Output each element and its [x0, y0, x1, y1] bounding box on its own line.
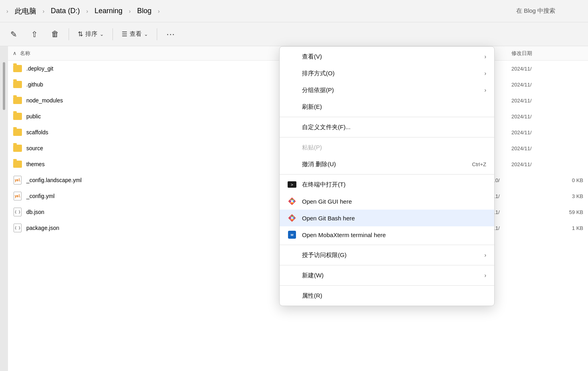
sort-label: 排序	[85, 30, 97, 38]
toolbar-more-button[interactable]: ···	[162, 26, 180, 43]
svg-point-9	[290, 217, 291, 219]
view-label: 查看	[130, 30, 142, 38]
breadcrumb-item-data[interactable]: Data (D:)	[47, 5, 83, 17]
menu-item-group-label: 分组依据(P)	[302, 86, 479, 94]
menu-item-paste: 粘贴(P)	[280, 139, 494, 156]
scroll-thumb[interactable]	[3, 62, 5, 110]
file-date: 2024/11/	[511, 145, 583, 151]
git-bash-icon	[288, 214, 296, 222]
svg-point-1	[291, 199, 293, 200]
svg-point-3	[291, 202, 293, 204]
breadcrumb-sep-4: ›	[158, 8, 160, 14]
properties-menu-icon	[288, 291, 296, 300]
toolbar-share-button[interactable]: ⇧	[26, 26, 43, 43]
menu-item-git-gui[interactable]: Open Git GUI here	[280, 193, 494, 210]
menu-item-new[interactable]: 新建(W) ›	[280, 267, 494, 284]
git-diamond-icon	[288, 197, 296, 205]
menu-item-view[interactable]: 查看(V) ›	[280, 48, 494, 65]
menu-item-git-bash-label: Open Git Bash here	[302, 215, 486, 222]
folder-icon	[13, 80, 22, 89]
view-chevron-icon: ⌄	[144, 31, 148, 37]
file-size: 0 KB	[551, 177, 583, 183]
rename-icon: ✎	[10, 29, 17, 39]
yaml-file-icon: yml	[13, 191, 22, 201]
menu-item-git-bash[interactable]: Open Git Bash here	[280, 210, 494, 226]
json-file-icon: { }	[13, 223, 22, 233]
undo-menu-icon	[288, 160, 296, 169]
customize-menu-icon	[288, 123, 296, 132]
toolbar-view-button[interactable]: ☰ 查看 ⌄	[118, 28, 152, 40]
col-date-header[interactable]: 修改日期	[511, 50, 583, 57]
context-menu: 查看(V) › 排序方式(O) › 分组依据(P) › 刷新(E) 自定义文件夹…	[279, 46, 495, 306]
folder-icon	[13, 128, 22, 137]
menu-item-sort[interactable]: 排序方式(O) ›	[280, 65, 494, 82]
toolbar-delete-button[interactable]: 🗑	[46, 26, 64, 43]
menu-item-properties[interactable]: 属性(R)	[280, 287, 494, 304]
search-box[interactable]: 在 Blog 中搜索	[508, 0, 588, 22]
menu-divider-4	[280, 245, 494, 245]
scrollbar[interactable]	[0, 46, 8, 371]
menu-arrow-icon: ›	[484, 87, 486, 93]
menu-divider-1	[280, 117, 494, 117]
paste-menu-icon	[288, 143, 296, 152]
sort-chevron-icon: ⌄	[100, 31, 104, 37]
menu-item-grant-label: 授予访问权限(G)	[302, 251, 479, 259]
menu-item-group[interactable]: 分组依据(P) ›	[280, 82, 494, 98]
view-menu-icon	[288, 52, 296, 61]
menu-arrow-icon: ›	[484, 272, 486, 279]
file-date: 2024/11/	[511, 98, 583, 104]
menu-divider-5	[280, 265, 494, 265]
refresh-menu-icon	[288, 102, 296, 111]
folder-icon	[13, 159, 22, 169]
menu-item-grant[interactable]: 授予访问权限(G) ›	[280, 247, 494, 263]
menu-divider-6	[280, 285, 494, 286]
menu-item-terminal-label: 在终端中打开(T)	[302, 181, 486, 188]
git-diamond-icon-2	[288, 214, 296, 222]
svg-point-6	[291, 216, 293, 217]
file-area: ∧ 名称 修改日期 .deploy_git 2024/11/ .github 2…	[0, 46, 588, 371]
sort-icon: ⇅	[78, 30, 83, 38]
menu-item-terminal[interactable]: 在终端中打开(T)	[280, 176, 494, 193]
breadcrumb-item-blog[interactable]: Blog	[134, 5, 155, 17]
menu-item-sort-label: 排序方式(O)	[302, 70, 479, 77]
sort-up-icon: ∧	[13, 50, 17, 56]
menu-item-refresh[interactable]: 刷新(E)	[280, 98, 494, 115]
terminal-menu-icon	[288, 180, 296, 189]
menu-arrow-icon: ›	[484, 252, 486, 258]
share-icon: ⇧	[31, 29, 38, 39]
menu-item-customize[interactable]: 自定义文件夹(F)...	[280, 119, 494, 135]
breadcrumb-sep-2: ›	[86, 8, 88, 14]
file-size: 1 KB	[551, 225, 583, 231]
delete-icon: 🗑	[51, 29, 59, 39]
toolbar-sort-button[interactable]: ⇅ 排序 ⌄	[74, 28, 108, 40]
yaml-file-icon: yml	[13, 175, 22, 185]
mobaxterm-icon: M	[288, 230, 296, 239]
git-gui-icon	[288, 197, 296, 206]
breadcrumb-item-learning[interactable]: Learning	[91, 5, 126, 17]
file-size: 59 KB	[551, 209, 583, 215]
breadcrumb-sep-3: ›	[129, 8, 131, 14]
file-size: 3 KB	[551, 193, 583, 199]
toolbar-sep-2	[112, 28, 113, 40]
menu-item-git-gui-label: Open Git GUI here	[302, 198, 486, 205]
file-date: 2024/11/	[511, 82, 583, 88]
menu-item-mobaxterm[interactable]: M Open MobaXterm terminal here	[280, 226, 494, 243]
menu-item-undo-label: 撤消 删除(U)	[302, 161, 466, 168]
breadcrumb-item-computer[interactable]: 此电脑	[12, 5, 39, 18]
breadcrumb-arrow-left[interactable]: ›	[6, 8, 8, 14]
view-icon: ☰	[122, 30, 127, 38]
folder-icon	[13, 64, 22, 73]
menu-item-properties-label: 属性(R)	[302, 292, 486, 300]
toolbar-rename-button[interactable]: ✎	[5, 26, 22, 43]
breadcrumb-bar: › 此电脑 › Data (D:) › Learning › Blog › 在 …	[0, 0, 588, 22]
terminal-icon-shape	[288, 181, 296, 188]
menu-arrow-icon: ›	[484, 53, 486, 60]
menu-item-customize-label: 自定义文件夹(F)...	[302, 124, 486, 131]
menu-item-mobaxterm-label: Open MobaXterm terminal here	[302, 232, 486, 238]
menu-item-undo[interactable]: 撤消 删除(U) Ctrl+Z	[280, 156, 494, 173]
menu-divider-3	[280, 174, 494, 175]
menu-divider-2	[280, 137, 494, 137]
svg-point-8	[291, 219, 293, 220]
svg-point-2	[293, 200, 294, 202]
toolbar: ✎ ⇧ 🗑 ⇅ 排序 ⌄ ☰ 查看 ⌄ ···	[0, 22, 588, 46]
